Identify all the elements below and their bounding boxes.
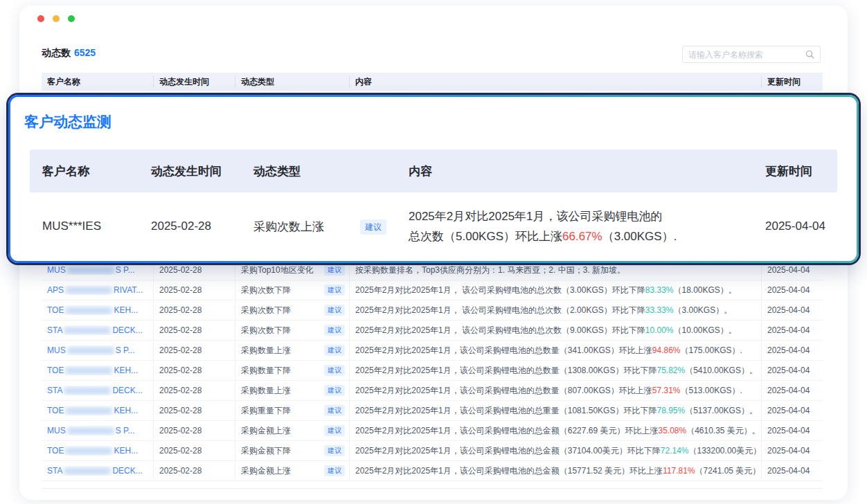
table-row: MUS S P... 2025-02-28 采购数量上涨 建议 2025年2月对… bbox=[42, 341, 823, 361]
dynamic-type-cell: 采购数量上涨 建议 bbox=[235, 341, 350, 360]
updated-date-cell: 2025-04-04 bbox=[762, 321, 823, 340]
blurred-name-segment bbox=[67, 347, 114, 354]
blurred-name-segment bbox=[64, 327, 111, 334]
overlay-percent-change: 66.67% bbox=[562, 230, 602, 243]
customer-name-link[interactable]: APS RIVAT... bbox=[47, 285, 143, 295]
percent-change: 72.14% bbox=[661, 446, 689, 456]
content-cell: 2025年2月对比2025年1月， 该公司采购锂电池的总次数（2.00KGS）环… bbox=[350, 300, 762, 320]
blurred-name-segment bbox=[65, 447, 112, 455]
customer-name-link[interactable]: MUS S P... bbox=[47, 426, 134, 435]
column-header-customer: 客户名称 bbox=[42, 76, 154, 87]
blurred-name-segment bbox=[65, 287, 112, 294]
content-cell: 2025年2月对比2025年1月，该公司采购锂电池的总数量（1308.00KGS… bbox=[350, 361, 762, 380]
updated-date-cell: 2025-04-04 bbox=[762, 361, 823, 380]
occurred-date-cell: 2025-02-28 bbox=[154, 421, 235, 440]
blurred-name-segment bbox=[65, 307, 112, 314]
maximize-window-button[interactable] bbox=[68, 15, 75, 22]
suggestion-badge: 建议 bbox=[324, 305, 345, 316]
updated-date-cell: 2025-04-04 bbox=[762, 421, 823, 440]
overlay-suggestion-badge: 建议 bbox=[360, 219, 386, 235]
suggestion-badge: 建议 bbox=[324, 385, 345, 396]
percent-change: 94.86% bbox=[652, 345, 681, 355]
blurred-name-segment bbox=[64, 467, 111, 475]
customer-name-link[interactable]: MUS S P... bbox=[47, 265, 134, 275]
suggestion-badge: 建议 bbox=[324, 425, 345, 436]
content-cell: 2025年2月对比2025年1月，该公司采购锂电池的总金额（37104.00美元… bbox=[350, 441, 762, 460]
occurred-date-cell: 2025-02-28 bbox=[154, 401, 235, 420]
overlay-content: 2025年2月对比2025年1月，该公司采购锂电池的 总次数（5.00KGS）环… bbox=[398, 206, 760, 246]
customer-name-link[interactable]: TOE KEH... bbox=[47, 305, 138, 315]
overlay-dynamic-type: 采购次数上涨 bbox=[243, 219, 350, 235]
overlay-column-customer: 客户名称 bbox=[30, 163, 141, 179]
table-row: TOE KEH... 2025-02-28 采购数量下降 建议 2025年2月对… bbox=[42, 361, 823, 381]
suggestion-badge: 建议 bbox=[324, 465, 345, 476]
customer-name-link[interactable]: TOE KEH... bbox=[47, 366, 138, 375]
blurred-name-segment bbox=[65, 367, 112, 375]
dynamics-count-label: 动态数 bbox=[42, 47, 71, 58]
customer-name-link[interactable]: STA DECK... bbox=[47, 386, 143, 395]
occurred-date-cell: 2025-02-28 bbox=[154, 260, 235, 280]
percent-change: 35.08% bbox=[658, 426, 686, 435]
suggestion-badge: 建议 bbox=[324, 285, 345, 296]
percent-change: 117.81% bbox=[663, 466, 695, 476]
occurred-date-cell: 2025-02-28 bbox=[154, 381, 235, 400]
blurred-name-segment bbox=[64, 387, 111, 395]
content-cell: 2025年2月对比2025年1月， 该公司采购锂电池的总次数（9.00KGS）环… bbox=[350, 321, 762, 340]
updated-date-cell: 2025-04-04 bbox=[762, 341, 823, 360]
minimize-window-button[interactable] bbox=[53, 15, 60, 22]
content-cell: 按采购数量排名，Top3供应商分别为：1. 马来西亚；2. 中国；3. 新加坡。 bbox=[350, 260, 762, 280]
table-row: STA DECK... 2025-02-28 采购金额上涨 建议 2025年2月… bbox=[42, 461, 823, 481]
updated-date-cell: 2025-04-04 bbox=[762, 300, 823, 320]
overlay-column-content: 内容 bbox=[398, 163, 760, 179]
dynamic-type-cell: 采购数量下降 建议 bbox=[235, 361, 350, 380]
updated-date-cell: 2025-04-04 bbox=[762, 461, 823, 480]
table-header: 客户名称 动态发生时间 动态类型 内容 更新时间 bbox=[42, 73, 823, 91]
content-cell: 2025年2月对比2025年1月，该公司采购锂电池的总数量（341.00KGS）… bbox=[350, 341, 762, 360]
dynamic-type-cell: 采购次数下降 建议 bbox=[235, 280, 350, 300]
column-header-occurred: 动态发生时间 bbox=[154, 76, 235, 87]
overlay-customer-name[interactable]: MUS***IES bbox=[30, 219, 141, 233]
customer-dynamics-overlay: 客户动态监测 客户名称 动态发生时间 动态类型 内容 更新时间 MUS***IE… bbox=[8, 95, 859, 263]
customer-name-link[interactable]: STA DECK... bbox=[47, 466, 143, 476]
suggestion-badge: 建议 bbox=[324, 325, 345, 336]
search-input[interactable] bbox=[688, 50, 805, 60]
overlay-column-updated: 更新时间 bbox=[760, 163, 837, 179]
customer-name-link[interactable]: TOE KEH... bbox=[47, 446, 138, 456]
dynamics-count: 动态数6525 bbox=[42, 47, 96, 60]
suggestion-badge: 建议 bbox=[324, 405, 345, 416]
table-row: APS RIVAT... 2025-02-28 采购次数下降 建议 2025年2… bbox=[42, 280, 823, 300]
customer-name-link[interactable]: STA DECK... bbox=[47, 325, 143, 335]
search-icon[interactable] bbox=[805, 50, 814, 59]
dynamic-type-cell: 采购金额上涨 建议 bbox=[235, 461, 350, 480]
updated-date-cell: 2025-04-04 bbox=[762, 381, 823, 400]
suggestion-badge: 建议 bbox=[324, 345, 345, 356]
table-body: MUS S P... 2025-02-28 采购Top10地区变化 建议 按采购… bbox=[42, 260, 823, 481]
content-cell: 2025年2月对比2025年1月， 该公司采购锂电池的总次数（3.00KGS）环… bbox=[350, 280, 762, 300]
dynamic-type-cell: 采购次数下降 建议 bbox=[235, 321, 350, 340]
customer-name-link[interactable]: MUS S P... bbox=[47, 345, 134, 355]
occurred-date-cell: 2025-02-28 bbox=[154, 361, 235, 380]
customer-search-box[interactable] bbox=[682, 46, 821, 63]
occurred-date-cell: 2025-02-28 bbox=[154, 341, 235, 360]
suggestion-badge: 建议 bbox=[324, 365, 345, 376]
table-row: MUS S P... 2025-02-28 采购金额上涨 建议 2025年2月对… bbox=[42, 421, 823, 441]
table-bottom-divider bbox=[42, 488, 823, 489]
overlay-title: 客户动态监测 bbox=[24, 112, 111, 132]
occurred-date-cell: 2025-02-28 bbox=[154, 461, 235, 480]
table-row: STA DECK... 2025-02-28 采购数量上涨 建议 2025年2月… bbox=[42, 381, 823, 401]
customer-name-link[interactable]: TOE KEH... bbox=[47, 406, 138, 415]
overlay-column-occurred: 动态发生时间 bbox=[141, 163, 243, 179]
overlay-updated-date: 2025-04-04 bbox=[760, 219, 837, 233]
overlay-table-header: 客户名称 动态发生时间 动态类型 内容 更新时间 bbox=[30, 150, 837, 192]
blurred-name-segment bbox=[65, 407, 112, 415]
updated-date-cell: 2025-04-04 bbox=[762, 441, 823, 460]
occurred-date-cell: 2025-02-28 bbox=[154, 300, 235, 320]
column-header-type: 动态类型 bbox=[235, 76, 350, 87]
dynamic-type-cell: 采购金额上涨 建议 bbox=[235, 421, 350, 440]
table-row: TOE KEH... 2025-02-28 采购重量下降 建议 2025年2月对… bbox=[42, 401, 823, 421]
percent-change: 78.95% bbox=[656, 406, 685, 415]
close-window-button[interactable] bbox=[37, 15, 44, 22]
occurred-date-cell: 2025-02-28 bbox=[154, 280, 235, 300]
percent-change: 33.33% bbox=[645, 305, 674, 315]
blurred-name-segment bbox=[67, 427, 114, 435]
